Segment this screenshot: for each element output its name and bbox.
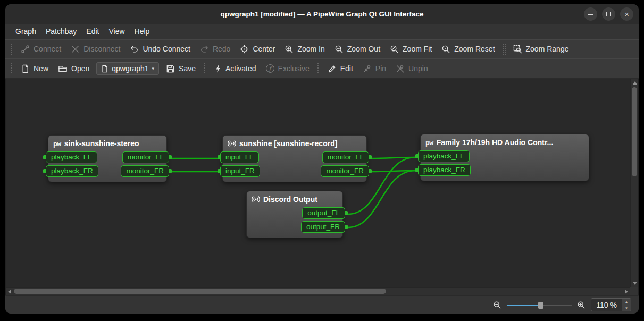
zoom-in-icon (285, 45, 294, 54)
horizontal-scrollbar[interactable] (6, 287, 630, 295)
maximize-icon (606, 12, 611, 16)
connect-icon (21, 45, 30, 54)
disconnect-button[interactable]: Disconnect (66, 42, 125, 56)
vertical-scrollbar[interactable] (630, 79, 638, 287)
port-playback-fr[interactable]: playback_FR (46, 165, 98, 177)
node-title: sunshine [sunshine-record] (239, 139, 337, 148)
minimize-button[interactable] (584, 7, 597, 21)
zoom-slider[interactable] (507, 301, 572, 309)
zoom-spin-down-button[interactable]: ▼ (622, 305, 631, 311)
pin-button[interactable]: Pin (358, 62, 391, 76)
toolbar-handle[interactable] (10, 43, 13, 55)
node-sink-sunshine-stereo[interactable]: pw sink-sunshine-stereo playback_FL moni… (48, 135, 167, 182)
scroll-left-icon[interactable] (8, 290, 11, 294)
port-monitor-fl[interactable]: monitor_FL (122, 151, 169, 163)
node-header[interactable]: sunshine [sunshine-record] (223, 136, 366, 150)
save-button[interactable]: Save (161, 62, 200, 76)
app-window: qpwgraph1 [modified] — A PipeWire Graph … (5, 4, 639, 314)
exclusive-button[interactable]: ƒ Exclusive (261, 62, 314, 75)
patchbay-select[interactable]: qpwgraph1 ▾ (96, 62, 159, 75)
port-playback-fl[interactable]: playback_FL (46, 151, 97, 163)
redo-button[interactable]: Redo (195, 42, 235, 56)
zoom-in-icon[interactable] (577, 301, 586, 309)
disconnect-icon (71, 45, 80, 54)
menubar: Graph Patchbay Edit View Help (5, 24, 639, 39)
zoom-fit-icon (390, 45, 399, 54)
scroll-down-icon[interactable] (633, 282, 637, 285)
menu-edit[interactable]: Edit (81, 25, 104, 38)
pin-icon (363, 64, 372, 73)
port-monitor-fl[interactable]: monitor_FL (322, 151, 369, 163)
open-folder-icon (58, 64, 68, 73)
activated-button[interactable]: Activated (209, 62, 261, 76)
connect-button[interactable]: Connect (16, 42, 66, 56)
menu-graph[interactable]: Graph (11, 25, 41, 38)
vertical-scrollbar-handle[interactable] (632, 87, 637, 176)
graph-view: pw sink-sunshine-stereo playback_FL moni… (5, 79, 639, 295)
port-playback-fl[interactable]: playback_FL (418, 150, 470, 162)
record-icon (252, 195, 260, 204)
toolbar-graph: Connect Disconnect Undo Connect Redo Cen… (5, 39, 639, 58)
exclusive-icon: ƒ (266, 64, 274, 73)
open-button[interactable]: Open (53, 62, 94, 76)
node-discord-output[interactable]: Discord Output output_FL output_FR (246, 191, 343, 238)
zoom-slider-handle[interactable] (538, 302, 543, 309)
port-monitor-fr[interactable]: monitor_FR (121, 165, 169, 177)
horizontal-scrollbar-handle[interactable] (14, 289, 386, 294)
new-button[interactable]: New (16, 62, 53, 76)
chevron-down-icon: ▾ (152, 66, 155, 71)
scroll-up-icon[interactable] (633, 81, 637, 85)
node-sunshine[interactable]: sunshine [sunshine-record] input_FL moni… (222, 135, 367, 182)
zoom-range-button[interactable]: Zoom Range (508, 42, 574, 56)
toolbar-handle[interactable] (10, 63, 13, 74)
zoom-out-icon[interactable] (493, 301, 501, 309)
node-header[interactable]: pw sink-sunshine-stereo (48, 136, 166, 150)
connection-edges (6, 79, 623, 287)
edit-button[interactable]: Edit (323, 62, 358, 76)
menu-patchbay[interactable]: Patchbay (41, 25, 81, 38)
patchbay-select-value: qpwgraph1 (112, 64, 148, 73)
graph-canvas[interactable]: pw sink-sunshine-stereo playback_FL moni… (6, 79, 630, 287)
undo-icon (130, 45, 139, 54)
zoom-reset-icon (441, 45, 450, 54)
center-button[interactable]: Center (235, 42, 280, 56)
port-playback-fr[interactable]: playback_FR (418, 164, 471, 176)
node-header[interactable]: pw Family 17h/19h HD Audio Contr... (421, 134, 589, 149)
statusbar: 110 % ▲ ▼ (5, 295, 639, 314)
zoom-spin-up-button[interactable]: ▲ (622, 299, 631, 305)
zoom-fit-button[interactable]: Zoom Fit (385, 42, 437, 56)
toolbar-handle[interactable] (503, 43, 506, 55)
zoom-value[interactable]: 110 % (591, 299, 622, 311)
menu-view[interactable]: View (104, 25, 129, 38)
toolbar-handle[interactable] (203, 63, 206, 74)
toolbar-patchbay: New Open qpwgraph1 ▾ Save Activated ƒ Ex… (5, 58, 639, 79)
port-output-fl[interactable]: output_FL (302, 207, 345, 219)
zoom-out-button[interactable]: Zoom Out (330, 42, 385, 56)
zoom-reset-button[interactable]: Zoom Reset (437, 42, 499, 56)
zoom-out-icon (334, 45, 344, 54)
window-controls: × (584, 7, 633, 21)
node-title: Discord Output (263, 195, 317, 204)
port-output-fr[interactable]: output_FR (301, 221, 345, 233)
node-family-hd-audio[interactable]: pw Family 17h/19h HD Audio Contr... play… (420, 134, 589, 181)
unpin-button[interactable]: Unpin (391, 62, 433, 76)
close-button[interactable]: × (620, 7, 633, 21)
port-input-fr[interactable]: input_FR (220, 165, 260, 177)
zoom-in-button[interactable]: Zoom In (280, 42, 329, 56)
minimize-icon (588, 14, 593, 15)
undo-connect-button[interactable]: Undo Connect (125, 42, 195, 56)
node-header[interactable]: Discord Output (247, 191, 342, 206)
pipewire-icon: pw (53, 140, 61, 148)
toolbar-handle[interactable] (317, 63, 320, 74)
port-monitor-fr[interactable]: monitor_FR (321, 165, 369, 177)
spin-down-icon: ▼ (625, 307, 628, 310)
zoom-slider-fill (507, 305, 540, 306)
window-title: qpwgraph1 [modified] — A PipeWire Graph … (220, 10, 423, 18)
maximize-button[interactable] (602, 7, 615, 21)
patchbay-file-icon (101, 65, 108, 73)
port-input-fl[interactable]: input_FL (220, 151, 259, 163)
pipewire-icon: pw (425, 139, 433, 147)
menu-help[interactable]: Help (130, 25, 155, 38)
zoom-spinbox[interactable]: 110 % ▲ ▼ (591, 298, 631, 311)
scroll-right-icon[interactable] (625, 290, 628, 294)
